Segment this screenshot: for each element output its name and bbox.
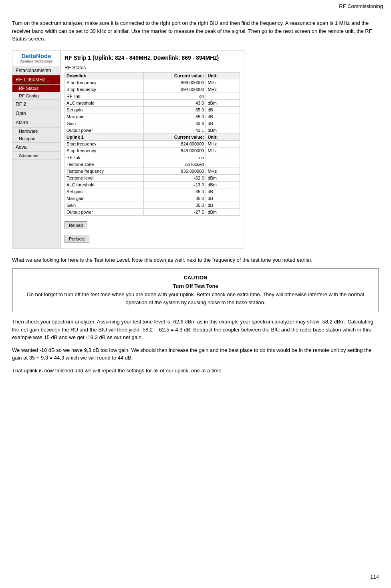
table-row: Testtone frequency 836.000000 MHz [65,168,240,174]
sidebar-item-advanced[interactable]: Advanced [12,152,60,160]
sidebar-item-notepad[interactable]: Notepad [12,135,60,143]
header-title: RF Commissioning [339,3,383,9]
table-row: Set gain 35.0 dB [65,188,240,195]
current-value-label: Current value: [144,72,206,79]
caution-title: CAUTION [20,274,371,282]
intro-text: Turn on the spectrum analyzer, make sure… [12,19,379,43]
downlink-label: Downlink [65,72,144,79]
table-row: Gain 63.6 dB [65,120,240,127]
sidebar-item-rf1[interactable]: RF 1 950MHz... [12,75,60,85]
section2-text1: Then check your spectrum analyzer. Assum… [12,318,379,341]
page-number: 114 [370,574,379,580]
sidebar-item-rf-config[interactable]: RF Config [12,92,60,100]
table-row: Output power -27.5 dBm [65,208,240,215]
sidebar-item-opto[interactable]: Opto [12,109,60,118]
table-row: Max gain 35.0 dB [65,195,240,202]
logo-subtext: Wireless Technology [15,59,58,63]
table-row: RF link on [65,93,240,99]
sidebar-item-alarm[interactable]: Alarm [12,118,60,127]
unit-label: Unit: [206,72,240,79]
uplink-unit: Unit: [206,133,240,140]
table-row: Testtone level -62.6 dBm [65,174,240,181]
rf-status-label: RF Status [64,65,240,71]
table-row: Start frequency 824.000000 MHz [65,140,240,147]
table-row: Stop frequency 894.000000 MHz [65,86,240,93]
table-row: Output power 43.1 dBm [65,127,240,133]
table-row: Start frequency 869.000000 MHz [65,79,240,86]
periodic-button[interactable]: Periodic [64,235,89,243]
section2-text3: That uplink is now finished and we will … [12,367,379,375]
downlink-header-row: Downlink Current value: Unit: [65,72,240,79]
section1-text: What we are looking for here is the Test… [12,256,379,264]
main-panel: RF Strip 1 (Uplink: 824 - 849MHz, Downli… [60,51,244,249]
screenshot-container: DeltaNode Wireless Technology Estacionam… [12,50,244,249]
sidebar-item-rf-status[interactable]: RF Status [12,85,60,92]
sidebar: DeltaNode Wireless Technology Estacionam… [12,51,60,249]
uplink-current-value: Current value: [144,133,206,140]
page-header: RF Commissioning [0,0,391,11]
section2-text2: We wanted -10 dB so we have 9,3 dB too l… [12,346,379,362]
sidebar-item-estacionamiento[interactable]: Estacionamiento [12,66,60,75]
table-row: Testtone state on locked [65,161,240,168]
reload-button[interactable]: Reload [64,221,87,229]
sidebar-item-adva[interactable]: Adva [12,143,60,152]
caution-body: Do not forget to turn off the test tone … [20,291,371,307]
sidebar-item-hardware[interactable]: Hardware [12,127,60,135]
table-row: RF link on [65,154,240,161]
uplink-header-row: Uplink 1 Current value: Unit: [65,133,240,140]
sidebar-item-rf2[interactable]: RF 2 [12,100,60,109]
table-row: ALC threshold -13.0 dBm [65,181,240,188]
uplink-label: Uplink 1 [65,133,144,140]
table-row: Max gain 65.0 dB [65,113,240,120]
table-row: Set gain 65.0 dB [65,106,240,113]
rf-table: Downlink Current value: Unit: Start freq… [64,72,240,216]
sidebar-logo: DeltaNode Wireless Technology [12,51,60,67]
caution-subtitle: Turn Off Test Tone [20,282,371,291]
table-row: ALC threshold 43.0 dBm [65,99,240,106]
logo-text: DeltaNode [15,53,58,60]
table-row: Gain 35.0 dB [65,202,240,208]
rf-title: RF Strip 1 (Uplink: 824 - 849MHz, Downli… [64,55,240,61]
table-row: Stop frequency 849.000000 MHz [65,147,240,154]
caution-box: CAUTION Turn Off Test Tone Do not forget… [12,269,379,312]
